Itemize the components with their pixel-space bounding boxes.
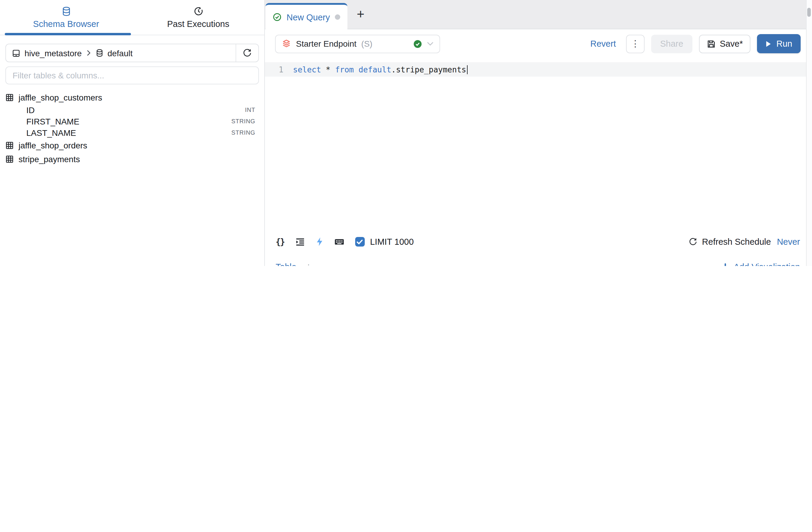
column-type: INT	[245, 107, 255, 113]
table-name: jaffle_shop_orders	[18, 140, 87, 150]
breadcrumb: hive_metastore default	[6, 48, 139, 58]
column-type: STRING	[231, 118, 255, 125]
add-visualization-button[interactable]: Add Visualization	[721, 262, 800, 266]
run-label: Run	[777, 39, 792, 48]
kebab-icon: ⋮	[631, 38, 640, 49]
text-caret	[467, 65, 468, 74]
add-visualization-label: Add Visualization	[734, 262, 800, 266]
query-toolbar: Starter Endpoint (S) Revert ⋮ Share	[265, 29, 806, 58]
sql-token: default	[359, 65, 391, 74]
sql-token: from	[335, 65, 354, 74]
revert-button[interactable]: Revert	[591, 39, 616, 48]
play-icon	[766, 40, 772, 47]
tab-label: Past Executions	[167, 19, 229, 28]
sql-token	[330, 65, 335, 74]
filter-wrap	[5, 67, 259, 84]
tab-past-executions[interactable]: Past Executions	[132, 0, 264, 35]
history-clock-icon	[193, 6, 203, 16]
query-tab-label: New Query	[286, 12, 330, 22]
results-tab-bar: Table ⋮ Add Visualization	[265, 255, 806, 266]
database-icon	[61, 6, 71, 16]
editor-footer: {}	[265, 233, 806, 251]
plus-icon	[721, 263, 729, 266]
new-tab-button[interactable]: +	[347, 0, 374, 29]
refresh-schedule-value[interactable]: Never	[777, 237, 800, 247]
schema-column-row[interactable]: LAST_NAME STRING	[0, 127, 264, 138]
schema-table-row[interactable]: stripe_payments	[0, 152, 264, 166]
table-name: jaffle_shop_customers	[18, 93, 102, 102]
sql-token	[354, 65, 359, 74]
column-type: STRING	[231, 129, 255, 136]
keyboard-icon[interactable]	[334, 237, 344, 247]
run-button[interactable]: Run	[757, 34, 801, 53]
refresh-schedule-label: Refresh Schedule	[702, 237, 771, 247]
results-tab-table[interactable]: Table ⋮	[269, 255, 320, 266]
toolbar-actions: Revert ⋮ Share Save* Run	[591, 34, 801, 53]
schema-tree: jaffle_shop_customers ID INT FIRST_NAME …	[0, 90, 264, 166]
query-menu-button[interactable]: ⋮	[626, 34, 644, 53]
share-button[interactable]: Share	[651, 34, 692, 53]
schema-table-row[interactable]: jaffle_shop_customers	[0, 90, 264, 104]
indent-icon[interactable]	[295, 237, 305, 247]
breadcrumb-catalog[interactable]: hive_metastore	[25, 48, 82, 58]
schema-column-row[interactable]: FIRST_NAME STRING	[0, 115, 264, 127]
limit-label: LIMIT 1000	[370, 237, 414, 247]
database-icon	[96, 49, 103, 57]
tab-schema-browser[interactable]: Schema Browser	[0, 0, 132, 35]
catalog-icon	[12, 49, 20, 57]
refresh-icon	[243, 48, 252, 57]
checkbox-checked-icon	[355, 237, 365, 247]
save-button[interactable]: Save*	[699, 34, 750, 53]
sql-token: select	[293, 65, 321, 74]
sql-editor[interactable]: 1 select * from default.stripe_payments	[265, 58, 806, 233]
table-grid-icon	[5, 93, 14, 101]
sql-token	[321, 65, 326, 74]
sql-code: select * from default.stripe_payments	[293, 65, 468, 74]
query-tab-new-query[interactable]: New Query	[265, 3, 347, 29]
column-name: LAST_NAME	[26, 128, 231, 137]
sql-token: .stripe_payments	[391, 65, 466, 74]
check-circle-outline-icon	[273, 13, 281, 22]
scrollbar-thumb[interactable]	[807, 8, 811, 17]
table-name: stripe_payments	[18, 154, 80, 164]
column-name: ID	[26, 105, 245, 115]
limit-toggle[interactable]: LIMIT 1000	[355, 237, 414, 247]
schema-column-row[interactable]: ID INT	[0, 104, 264, 115]
sidebar-tabs: Schema Browser Past Executions	[0, 0, 264, 35]
line-number: 1	[265, 65, 284, 74]
sql-editor-app: Schema Browser Past Executions	[0, 0, 812, 266]
floppy-disk-icon	[707, 39, 715, 48]
table-grid-icon	[5, 141, 14, 149]
endpoint-name: Starter Endpoint	[296, 39, 357, 48]
results-tab-menu[interactable]: ⋮	[305, 263, 313, 266]
tab-label: Schema Browser	[33, 19, 99, 28]
sql-token: *	[326, 65, 331, 74]
format-query-button[interactable]: {}	[276, 237, 285, 247]
main-panel: New Query + Starter Endpoint (S)	[264, 0, 806, 266]
endpoint-selector[interactable]: Starter Endpoint (S)	[275, 34, 440, 53]
chevron-down-icon	[427, 41, 434, 46]
refresh-schema-button[interactable]	[236, 44, 258, 62]
column-name: FIRST_NAME	[26, 116, 231, 126]
schema-breadcrumb: hive_metastore default	[5, 44, 259, 62]
vertical-scrollbar[interactable]	[806, 0, 812, 266]
table-grid-icon	[5, 155, 14, 163]
chevron-right-icon	[86, 50, 91, 56]
results-tab-label: Table	[276, 262, 296, 266]
sidebar: Schema Browser Past Executions	[0, 0, 264, 266]
save-label: Save*	[720, 39, 743, 48]
breadcrumb-schema[interactable]: default	[107, 48, 132, 58]
schema-table-row[interactable]: jaffle_shop_orders	[0, 138, 264, 152]
check-circle-filled-icon	[413, 39, 422, 48]
results-panel: Table ⋮ Add Visualization IDUSER_IDORDER…	[265, 255, 806, 266]
query-tabs-bar: New Query +	[265, 0, 806, 29]
unsaved-dot-icon	[335, 14, 340, 20]
filter-tables-input[interactable]	[5, 67, 259, 84]
refresh-schedule-icon	[689, 238, 697, 246]
refresh-schedule: Refresh Schedule Never	[689, 237, 800, 247]
endpoint-size: (S)	[361, 39, 372, 48]
share-label: Share	[660, 39, 683, 48]
lightning-icon[interactable]	[316, 237, 323, 247]
coral-stack-icon	[281, 39, 291, 48]
code-line: 1 select * from default.stripe_payments	[265, 62, 806, 76]
